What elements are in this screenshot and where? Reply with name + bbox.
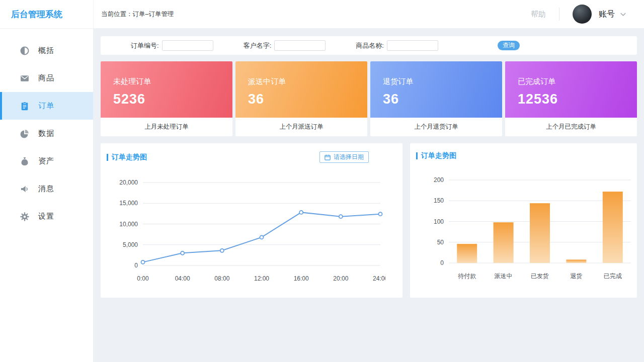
stat-card-completed: 已完成订单 12536 上个月已完成订单 xyxy=(505,61,637,136)
title-accent-bar xyxy=(107,154,108,161)
sidebar-item-label: 概括 xyxy=(38,46,54,55)
panel-header: 订单走势图 xyxy=(410,143,637,160)
stat-card-returns: 退货订单 36 上个月退货订单 xyxy=(370,61,502,136)
main-content: 订单编号: 客户名字: 商品名称: 查询 未处理订单 5236 上月未处理订单 … xyxy=(93,29,644,362)
stat-card-title: 未处理订单 xyxy=(113,77,232,86)
order-number-field: 订单编号: xyxy=(131,40,213,51)
customer-name-label: 客户名字: xyxy=(244,41,272,50)
search-panel: 订单编号: 客户名字: 商品名称: 查询 xyxy=(101,36,637,55)
svg-text:0: 0 xyxy=(440,259,444,266)
chevron-down-icon xyxy=(619,11,627,18)
sidebar-item-label: 数据 xyxy=(38,129,54,138)
product-name-label: 商品名称: xyxy=(356,41,384,50)
products-icon xyxy=(20,73,30,83)
svg-text:10,000: 10,000 xyxy=(119,221,138,228)
top-header: 后台管理系统 当前位置：订单–订单管理 帮助 账号 xyxy=(0,0,644,29)
stat-card-header: 已完成订单 12536 xyxy=(505,61,637,118)
sidebar-item-label: 订单 xyxy=(38,101,54,111)
calendar-icon xyxy=(325,154,331,160)
order-number-input[interactable] xyxy=(162,40,213,51)
svg-text:200: 200 xyxy=(434,176,444,184)
svg-text:已完成: 已完成 xyxy=(604,273,622,280)
sidebar-item-label: 设置 xyxy=(38,212,54,221)
stat-cards-row: 未处理订单 5236 上月未处理订单 派送中订单 36 上个月派送订单 退货订单… xyxy=(101,61,637,136)
product-name-input[interactable] xyxy=(387,40,438,51)
stat-card-unprocessed: 未处理订单 5236 上月未处理订单 xyxy=(101,61,232,136)
stat-card-title: 已完成订单 xyxy=(518,77,637,86)
assets-icon xyxy=(20,156,30,166)
sidebar-item-orders[interactable]: 订单 xyxy=(0,92,93,120)
date-picker-label: 请选择日期 xyxy=(334,153,364,161)
sidebar-item-overview[interactable]: 概括 xyxy=(0,37,93,64)
query-button[interactable]: 查询 xyxy=(498,41,520,50)
stat-card-header: 派送中订单 36 xyxy=(235,61,367,118)
order-trend-line-panel: 订单走势图 请选择日期 05,00010,00015,00020,0000:00… xyxy=(101,143,403,298)
svg-text:04:00: 04:00 xyxy=(175,275,190,282)
svg-text:20:00: 20:00 xyxy=(333,275,348,282)
settings-icon xyxy=(20,212,30,222)
svg-text:12:00: 12:00 xyxy=(254,275,269,282)
title-accent-bar xyxy=(416,152,418,159)
breadcrumb: 当前位置：订单–订单管理 xyxy=(101,10,174,19)
order-trend-line-chart: 05,00010,00015,00020,0000:0004:0008:0012… xyxy=(104,170,385,286)
panel-title-text: 订单走势图 xyxy=(421,151,456,160)
messages-icon xyxy=(20,184,30,194)
header-right-divider xyxy=(559,8,559,21)
panel-title: 订单走势图 xyxy=(107,153,147,162)
stat-card-title: 退货订单 xyxy=(383,77,502,86)
product-name-field: 商品名称: xyxy=(356,40,438,51)
stat-card-footer: 上个月已完成订单 xyxy=(505,118,637,136)
svg-text:50: 50 xyxy=(437,239,444,246)
stat-card-delivering: 派送中订单 36 上个月派送订单 xyxy=(235,61,367,136)
panel-title: 订单走势图 xyxy=(416,151,456,160)
svg-text:100: 100 xyxy=(434,218,444,225)
svg-text:0: 0 xyxy=(134,262,138,269)
svg-text:派送中: 派送中 xyxy=(495,273,513,280)
customer-name-field: 客户名字: xyxy=(244,40,326,51)
sidebar-item-messages[interactable]: 消息 xyxy=(0,175,93,203)
avatar[interactable] xyxy=(573,5,592,24)
stat-card-footer: 上月未处理订单 xyxy=(101,118,232,136)
sidebar-item-label: 资产 xyxy=(38,156,54,166)
account-label: 账号 xyxy=(599,9,615,20)
stat-card-value: 36 xyxy=(383,92,502,107)
stat-card-footer: 上个月派送订单 xyxy=(235,118,367,136)
svg-text:08:00: 08:00 xyxy=(214,275,229,282)
svg-text:已发货: 已发货 xyxy=(531,273,549,280)
overview-icon xyxy=(20,46,30,56)
svg-text:待付款: 待付款 xyxy=(458,273,476,280)
svg-text:150: 150 xyxy=(434,197,444,204)
app-logo: 后台管理系统 xyxy=(0,9,93,20)
stat-card-value: 12536 xyxy=(518,92,637,107)
panel-title-text: 订单走势图 xyxy=(112,153,147,162)
sidebar: 概括 商品 订单 数据 资产 消息 设置 xyxy=(0,29,93,362)
svg-text:20,000: 20,000 xyxy=(119,179,138,186)
order-trend-bar-panel: 订单走势图 050100150200待付款派送中已发货退货已完成 xyxy=(410,143,637,298)
customer-name-input[interactable] xyxy=(274,40,326,51)
svg-text:15,000: 15,000 xyxy=(119,200,138,207)
account-menu[interactable]: 账号 xyxy=(599,9,627,20)
sidebar-item-label: 商品 xyxy=(38,73,54,83)
data-icon xyxy=(20,129,30,139)
sidebar-item-products[interactable]: 商品 xyxy=(0,64,93,92)
sidebar-item-settings[interactable]: 设置 xyxy=(0,203,93,230)
charts-row: 订单走势图 请选择日期 05,00010,00015,00020,0000:00… xyxy=(101,143,637,298)
svg-text:0:00: 0:00 xyxy=(137,275,149,282)
help-link[interactable]: 帮助 xyxy=(531,10,546,19)
stat-card-header: 退货订单 36 xyxy=(370,61,502,118)
svg-text:退货: 退货 xyxy=(570,273,582,280)
date-picker-button[interactable]: 请选择日期 xyxy=(319,151,369,163)
sidebar-item-label: 消息 xyxy=(38,184,54,194)
stat-card-value: 36 xyxy=(248,92,367,107)
order-trend-bar-chart: 050100150200待付款派送中已发货退货已完成 xyxy=(411,167,635,283)
orders-icon xyxy=(20,101,30,111)
order-number-label: 订单编号: xyxy=(131,41,159,50)
stat-card-header: 未处理订单 5236 xyxy=(101,61,232,118)
stat-card-footer: 上个月退货订单 xyxy=(370,118,502,136)
panel-header: 订单走势图 请选择日期 xyxy=(101,143,403,163)
svg-text:16:00: 16:00 xyxy=(294,275,309,282)
sidebar-item-data[interactable]: 数据 xyxy=(0,120,93,147)
sidebar-item-assets[interactable]: 资产 xyxy=(0,147,93,175)
stat-card-value: 5236 xyxy=(113,92,232,107)
stat-card-title: 派送中订单 xyxy=(248,77,367,86)
